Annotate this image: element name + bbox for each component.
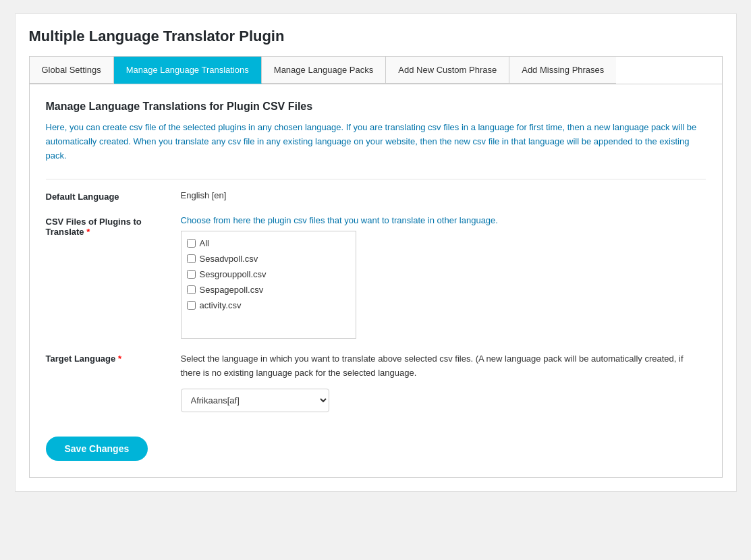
target-language-field: Select the language in which you want to… — [181, 352, 706, 412]
tab-bar: Global Settings Manage Language Translat… — [29, 56, 723, 84]
section-title: Manage Language Translations for Plugin … — [46, 101, 706, 113]
target-language-label: Target Language * — [46, 352, 181, 364]
save-changes-button[interactable]: Save Changes — [46, 437, 148, 461]
default-language-label: Default Language — [46, 190, 181, 202]
checkbox-activity[interactable]: activity.csv — [187, 298, 350, 313]
csv-files-hint: Choose from here the plugin csv files th… — [181, 215, 706, 225]
tab-global-settings[interactable]: Global Settings — [30, 57, 114, 84]
checkbox-sespagepoll[interactable]: Sespagepoll.csv — [187, 282, 350, 298]
save-button-row: Save Changes — [46, 426, 706, 461]
checkbox-all-label[interactable]: All — [200, 238, 209, 248]
tab-add-missing-phrases[interactable]: Add Missing Phrases — [509, 57, 616, 84]
target-language-required: * — [118, 354, 121, 364]
checkbox-sespagepoll-input[interactable] — [187, 285, 196, 294]
csv-files-list[interactable]: All Sesadvpoll.csv Sesgrouppoll.csv Sesp… — [181, 231, 356, 339]
checkbox-all-input[interactable] — [187, 239, 196, 248]
target-language-hint: Select the language in which you want to… — [181, 352, 706, 381]
checkbox-sesadvpoll[interactable]: Sesadvpoll.csv — [187, 251, 350, 267]
checkbox-sespagepoll-label[interactable]: Sespagepoll.csv — [200, 285, 264, 295]
checkbox-sesadvpoll-input[interactable] — [187, 254, 196, 263]
target-language-select[interactable]: Afrikaans[af] Albanian[sq] Arabic[ar] Ch… — [181, 389, 329, 412]
tab-manage-language-packs[interactable]: Manage Language Packs — [262, 57, 386, 84]
tab-add-new-custom-phrase[interactable]: Add New Custom Phrase — [386, 57, 509, 84]
checkbox-activity-input[interactable] — [187, 301, 196, 310]
section-description: Here, you can create csv file of the sel… — [46, 121, 706, 163]
checkbox-sesgrouppoll-input[interactable] — [187, 270, 196, 279]
checkbox-sesgrouppoll-label[interactable]: Sesgrouppoll.csv — [200, 269, 267, 279]
csv-files-field: Choose from here the plugin csv files th… — [181, 215, 706, 339]
page-title: Multiple Language Translator Plugin — [29, 28, 723, 45]
checkbox-sesadvpoll-label[interactable]: Sesadvpoll.csv — [200, 254, 258, 264]
content-area: Manage Language Translations for Plugin … — [29, 84, 723, 478]
csv-files-label: CSV Files of Plugins to Translate * — [46, 215, 181, 237]
checkbox-sesgrouppoll[interactable]: Sesgrouppoll.csv — [187, 267, 350, 282]
checkbox-all[interactable]: All — [187, 235, 350, 251]
target-language-row: Target Language * Select the language in… — [46, 352, 706, 412]
csv-files-required: * — [86, 227, 90, 237]
default-language-value: English [en] — [181, 190, 706, 200]
csv-files-row: CSV Files of Plugins to Translate * Choo… — [46, 215, 706, 339]
tab-manage-language-translations[interactable]: Manage Language Translations — [114, 57, 262, 84]
default-language-row: Default Language English [en] — [46, 190, 706, 202]
checkbox-activity-label[interactable]: activity.csv — [200, 300, 242, 310]
